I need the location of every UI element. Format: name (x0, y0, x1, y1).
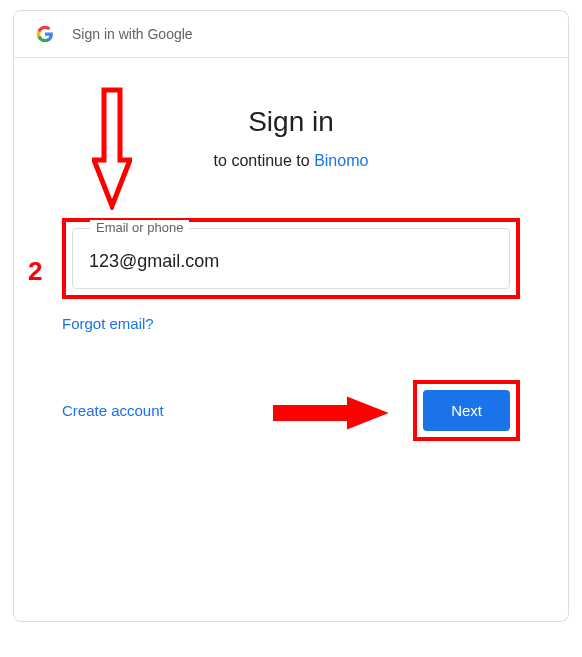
email-input-wrapper: Email or phone (62, 218, 520, 299)
forgot-email-link[interactable]: Forgot email? (62, 315, 154, 332)
spacer (62, 441, 520, 581)
next-button[interactable]: Next (423, 390, 510, 431)
content-area: Sign in to continue to Binomo Email or p… (14, 58, 568, 621)
create-account-link[interactable]: Create account (62, 402, 164, 419)
bottom-row: Create account Next (62, 380, 520, 441)
continue-text: to continue to Binomo (62, 152, 520, 170)
google-logo-icon (36, 25, 54, 43)
header-title: Sign in with Google (72, 26, 193, 42)
email-input[interactable] (72, 228, 510, 289)
sign-in-card: Sign in with Google Sign in to continue … (13, 10, 569, 622)
page-title: Sign in (62, 106, 520, 138)
app-name-link[interactable]: Binomo (314, 152, 368, 169)
next-button-highlight: Next (413, 380, 520, 441)
continue-prefix: to continue to (214, 152, 315, 169)
email-label: Email or phone (90, 220, 189, 235)
header-bar: Sign in with Google (14, 11, 568, 58)
